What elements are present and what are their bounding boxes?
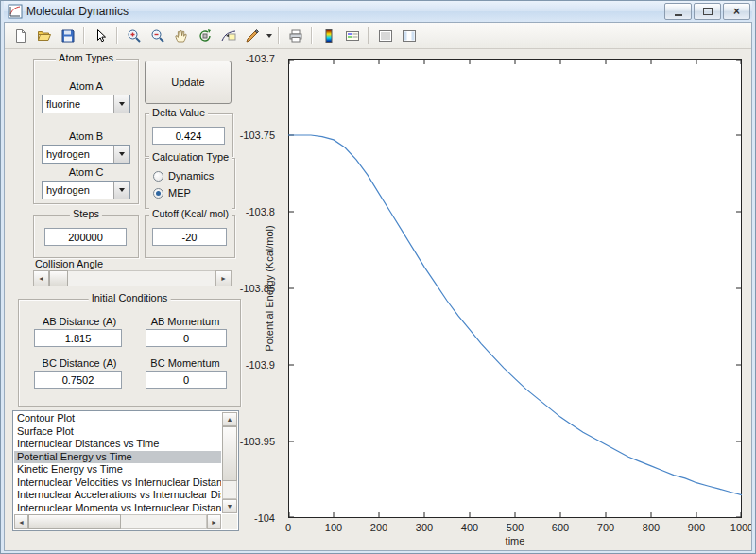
- list-item[interactable]: Internuclear Velocities vs Internuclear …: [14, 476, 221, 490]
- slider-left-arrow[interactable]: ◄: [33, 270, 49, 286]
- atom-a-label: Atom A: [34, 80, 138, 92]
- insert-legend-button[interactable]: [340, 25, 364, 47]
- insert-colorbar-button[interactable]: [317, 25, 340, 47]
- ab-distance-input[interactable]: [34, 329, 122, 347]
- minimize-icon: [675, 14, 682, 16]
- update-button[interactable]: Update: [145, 61, 232, 104]
- brush-icon: [245, 28, 260, 43]
- x-tick-label: 0: [285, 522, 291, 533]
- zoom-in-button[interactable]: [122, 25, 146, 47]
- y-tick-label: -103.75: [240, 130, 275, 141]
- chevron-down-icon: [119, 152, 125, 156]
- initial-conditions-title: Initial Conditions: [89, 292, 171, 303]
- save-figure-button[interactable]: [56, 25, 79, 47]
- rotate-3d-button[interactable]: [193, 25, 216, 47]
- x-tick-label: 700: [597, 522, 614, 533]
- calculation-type-panel: Calculation Type Dynamics MEP: [145, 158, 235, 209]
- zoom-in-icon: [127, 28, 142, 43]
- x-tick-label: 100: [325, 522, 342, 533]
- ab-momentum-input[interactable]: [146, 329, 227, 347]
- steps-panel: Steps: [33, 215, 139, 258]
- list-item[interactable]: Internuclear Momenta vs Internuclear Dis…: [14, 502, 221, 514]
- window-title: Molecular Dynamics: [26, 5, 662, 18]
- slider-track[interactable]: [49, 270, 215, 286]
- steps-input[interactable]: [44, 228, 127, 246]
- atom-b-dropdown[interactable]: hydrogen: [42, 145, 130, 164]
- atom-c-label: Atom C: [34, 166, 138, 178]
- bc-distance-label: BC Distance (A): [28, 357, 130, 369]
- brush-data-button[interactable]: [240, 25, 264, 47]
- open-folder-icon: [37, 28, 52, 43]
- list-item[interactable]: Contour Plot: [14, 412, 221, 425]
- colorbar-icon: [321, 28, 336, 43]
- listbox-scroll-down-arrow[interactable]: ▼: [222, 499, 237, 513]
- calculation-type-title: Calculation Type: [149, 151, 232, 163]
- open-file-button[interactable]: [32, 25, 56, 47]
- radio-dynamics-label: Dynamics: [168, 170, 214, 182]
- ab-distance-label: AB Distance (A): [28, 316, 130, 327]
- x-axis-label: time: [506, 535, 525, 546]
- listbox-scroll-left-arrow[interactable]: ◄: [14, 514, 28, 529]
- toolbar-separator: [83, 27, 85, 44]
- new-figure-button[interactable]: [9, 25, 32, 47]
- legend-icon: [345, 28, 360, 43]
- cutoff-input[interactable]: [152, 228, 227, 246]
- minimize-button[interactable]: [664, 3, 692, 20]
- printer-icon: [288, 28, 303, 43]
- x-tick-label: 600: [552, 522, 569, 533]
- atom-a-dropdown[interactable]: fluorine: [42, 95, 130, 113]
- toolbar-separator: [278, 27, 280, 44]
- titlebar: Molecular Dynamics ×: [4, 1, 752, 22]
- list-item[interactable]: Internuclear Accelerations vs Internucle…: [14, 489, 221, 502]
- atom-c-dropdown-button[interactable]: [113, 182, 129, 199]
- atom-c-dropdown[interactable]: hydrogen: [42, 181, 130, 199]
- toolbar-separator: [116, 27, 118, 44]
- maximize-button[interactable]: [694, 3, 721, 20]
- y-tick-label: -103.8: [246, 206, 275, 217]
- close-button[interactable]: ×: [723, 3, 750, 20]
- radio-dynamics-icon: [153, 171, 163, 182]
- atom-b-dropdown-button[interactable]: [113, 146, 129, 163]
- maximize-icon: [703, 8, 713, 15]
- print-figure-button[interactable]: [284, 25, 307, 47]
- list-item-selected[interactable]: Potential Energy vs Time: [14, 451, 221, 464]
- list-item[interactable]: Kinetic Energy vs Time: [14, 463, 221, 476]
- radio-mep[interactable]: MEP: [153, 187, 191, 199]
- zoom-out-button[interactable]: [146, 25, 169, 47]
- pan-button[interactable]: [169, 25, 193, 47]
- show-plot-tools-button[interactable]: [397, 25, 421, 47]
- toolbar-separator: [311, 27, 313, 44]
- new-file-icon: [13, 28, 28, 43]
- x-tick-label: 800: [643, 522, 660, 533]
- plot-type-listbox[interactable]: Contour Plot Surface Plot Internuclear D…: [12, 410, 239, 531]
- listbox-hscroll-thumb[interactable]: [28, 514, 121, 529]
- atom-a-dropdown-button[interactable]: [113, 95, 129, 113]
- data-cursor-button[interactable]: [216, 25, 240, 47]
- listbox-vscroll-thumb[interactable]: [222, 426, 237, 481]
- bc-distance-input[interactable]: [34, 371, 122, 389]
- collision-angle-slider[interactable]: ◄ ►: [33, 270, 232, 286]
- listbox-scroll-right-arrow[interactable]: ►: [207, 514, 221, 529]
- edit-plot-button[interactable]: [89, 25, 112, 47]
- slider-right-arrow[interactable]: ►: [215, 270, 232, 286]
- hide-plot-tools-button[interactable]: [373, 25, 397, 47]
- bc-momentum-input[interactable]: [146, 371, 227, 389]
- save-icon: [60, 28, 76, 43]
- radio-dynamics[interactable]: Dynamics: [153, 170, 214, 182]
- atom-a-value: fluorine: [46, 98, 80, 110]
- list-item[interactable]: Surface Plot: [14, 425, 221, 439]
- atom-c-value: hydrogen: [46, 184, 90, 196]
- hand-pan-icon: [174, 28, 189, 43]
- x-tick-label: 300: [416, 522, 433, 533]
- listbox-scroll-up-arrow[interactable]: ▲: [222, 412, 237, 426]
- delta-value-input[interactable]: [152, 127, 225, 145]
- x-tick-label: 900: [688, 522, 705, 533]
- rotate-3d-icon: [198, 28, 213, 43]
- plot-area[interactable]: [288, 59, 742, 518]
- slider-thumb[interactable]: [49, 270, 68, 286]
- steps-title: Steps: [70, 208, 102, 219]
- brush-dropdown-button[interactable]: [264, 26, 274, 46]
- y-axis-label: Potential Energy (Kcal/mol): [264, 225, 275, 351]
- cutoff-panel: Cutoff (Kcal/ mol): [145, 215, 235, 258]
- list-item[interactable]: Internuclear Distances vs Time: [14, 438, 221, 451]
